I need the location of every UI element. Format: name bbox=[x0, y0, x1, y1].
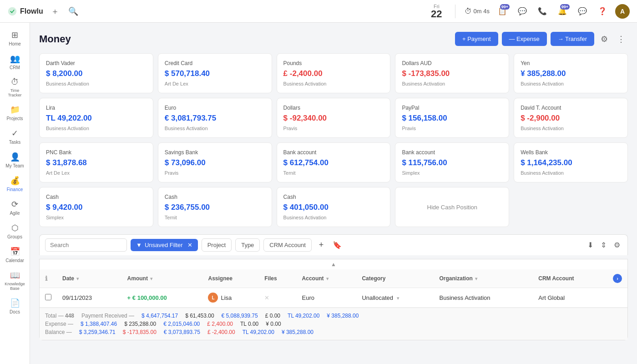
user-avatar[interactable]: A bbox=[615, 4, 630, 19]
sidebar-item-groups[interactable]: ⬡ Groups bbox=[2, 219, 28, 243]
account-card-dollars-aud[interactable]: Dollars AUD $ -173,835.00 Business Activ… bbox=[395, 53, 509, 93]
table-row: 09/11/2023 + € 100,000.00 L Lisa ✕ Euro … bbox=[40, 288, 627, 308]
summary-bar: Total — 448 Payment Received — $ 4,647,7… bbox=[40, 308, 627, 340]
sidebar-item-agile[interactable]: ⟳ Agile bbox=[2, 196, 28, 219]
info-icon: ℹ bbox=[45, 275, 47, 282]
sort-icon: ▾ bbox=[76, 276, 79, 281]
payment-button[interactable]: + Payment bbox=[455, 32, 498, 46]
download-button[interactable]: ⬇ bbox=[586, 239, 595, 251]
assignee-column-header[interactable]: Assignee bbox=[202, 269, 259, 288]
account-card-cash-ba[interactable]: Cash $ 401,050.00 Business Activation bbox=[277, 187, 391, 227]
groups-icon: ⬡ bbox=[11, 223, 19, 233]
bookmark-filter-button[interactable]: 🔖 bbox=[331, 239, 344, 251]
add-filter-button[interactable]: + bbox=[315, 238, 328, 252]
search-button[interactable]: 🔍 bbox=[67, 5, 80, 18]
knowledge-base-icon: 📖 bbox=[10, 270, 20, 280]
page-header: Money + Payment — Expense → Transfer ⚙ ⋮ bbox=[39, 32, 628, 46]
row-category: Unallocated ▾ bbox=[356, 288, 434, 308]
more-button[interactable]: ⋮ bbox=[614, 32, 628, 46]
account-card-darth-vader[interactable]: Darth Vader $ 8,200.00 Business Activati… bbox=[39, 53, 153, 93]
sidebar-item-finance[interactable]: 💰 Finance bbox=[2, 172, 28, 196]
type-filter-chip[interactable]: Type bbox=[235, 238, 260, 252]
account-card-bank-simplex[interactable]: Bank account $ 115,756.00 Simplex bbox=[395, 142, 509, 182]
row-checkbox[interactable] bbox=[40, 288, 57, 308]
account-card-cash-simplex[interactable]: Cash $ 9,420.00 Simplex bbox=[39, 187, 153, 227]
sort-icon-amount: ▾ bbox=[150, 276, 152, 281]
messages-button[interactable]: 💬 bbox=[515, 4, 530, 19]
app-logo[interactable]: Flowlu bbox=[7, 6, 43, 16]
date-column-header[interactable]: Date ▾ bbox=[57, 269, 122, 288]
sort-icon-account: ▾ bbox=[326, 276, 329, 281]
account-card-dollars[interactable]: Dollars $ -92,340.00 Pravis bbox=[277, 98, 391, 138]
next-page-header[interactable]: › bbox=[607, 269, 627, 288]
account-card-cash-ternit[interactable]: Cash $ 236,755.00 Ternit bbox=[158, 187, 272, 227]
filter-bar: ▼ Unsaved Filter ✕ Project Type CRM Acco… bbox=[39, 234, 628, 255]
files-column-header[interactable]: Files bbox=[259, 269, 296, 288]
table-settings-button[interactable]: ⚙ bbox=[612, 239, 622, 251]
sidebar-item-tasks[interactable]: ✓ Tasks bbox=[2, 125, 28, 148]
chevron-up-icon: ▲ bbox=[331, 261, 336, 268]
organization-column-header[interactable]: Organization ▾ bbox=[434, 269, 533, 288]
sidebar-item-my-team[interactable]: 👤 My Team bbox=[2, 148, 28, 172]
crm-account-column-header[interactable]: CRM Account bbox=[533, 269, 607, 288]
sidebar-item-calendar[interactable]: 📅 Calendar bbox=[2, 243, 28, 267]
account-card-david[interactable]: David T. Account $ -2,900.00 Business Ac… bbox=[514, 98, 628, 138]
alerts-button[interactable]: 🔔 99+ bbox=[555, 4, 570, 19]
account-card-credit-card[interactable]: Credit Card $ 570,718.40 Art De Lex bbox=[158, 53, 272, 93]
settings-button[interactable]: ⚙ bbox=[598, 32, 611, 46]
date-display: Fri 22 bbox=[431, 4, 442, 19]
sidebar-item-docs[interactable]: 📄 Docs bbox=[2, 294, 28, 318]
transactions-table: ℹ Date ▾ Amount ▾ Assignee Files Account… bbox=[40, 269, 627, 308]
add-button[interactable]: ＋ bbox=[49, 5, 61, 18]
transfer-button[interactable]: → Transfer bbox=[551, 32, 594, 46]
help-button[interactable]: ❓ bbox=[595, 4, 610, 19]
category-dropdown-icon[interactable]: ▾ bbox=[397, 295, 399, 301]
sidebar: ⊞ Home 👥 CRM ⏱ Time Tracker 📁 Projects ✓… bbox=[0, 23, 30, 364]
sidebar-item-home[interactable]: ⊞ Home bbox=[2, 26, 28, 50]
account-card-lira[interactable]: Lira TL 49,202.00 Business Activation bbox=[39, 98, 153, 138]
hide-cash-button[interactable]: Hide Cash Position bbox=[395, 187, 509, 227]
time-tracker-icon: ⏱ bbox=[11, 77, 19, 87]
account-column-header[interactable]: Account ▾ bbox=[297, 269, 357, 288]
select-all-header[interactable]: ℹ bbox=[40, 269, 57, 288]
row-organization: Business Activation bbox=[434, 288, 533, 308]
no-files-icon: ✕ bbox=[264, 294, 269, 301]
collapse-bar[interactable]: ▲ bbox=[40, 259, 627, 269]
account-card-euro[interactable]: Euro € 3,081,793.75 Business Activation bbox=[158, 98, 272, 138]
agile-icon: ⟳ bbox=[11, 199, 18, 209]
category-column-header[interactable]: Category bbox=[356, 269, 434, 288]
page-title: Money bbox=[39, 33, 455, 45]
account-card-bank-ternit[interactable]: Bank account $ 612,754.00 Ternit bbox=[277, 142, 391, 182]
project-filter-chip[interactable]: Project bbox=[202, 238, 232, 252]
flowlu-icon bbox=[7, 6, 17, 16]
account-card-pounds[interactable]: Pounds £ -2,400.00 Business Activation bbox=[277, 53, 391, 93]
docs-icon: 📄 bbox=[10, 298, 20, 308]
collapse-button[interactable]: ⇕ bbox=[599, 239, 608, 251]
topnav: Flowlu ＋ 🔍 Fri 22 ⏱ 0m 4s 📋 99+ 💬 📞 🔔 99… bbox=[0, 0, 637, 23]
phone-button[interactable]: 📞 bbox=[535, 4, 550, 19]
sidebar-item-knowledge-base[interactable]: 📖 Knowledge Base bbox=[2, 267, 28, 294]
account-card-savings[interactable]: Savings Bank $ 73,096.00 Pravis bbox=[158, 142, 272, 182]
account-card-paypal[interactable]: PayPal $ 156,158.00 Pravis bbox=[395, 98, 509, 138]
main-content: Money + Payment — Expense → Transfer ⚙ ⋮… bbox=[30, 23, 637, 364]
sort-icon-org: ▾ bbox=[475, 276, 477, 281]
sidebar-item-crm[interactable]: 👥 CRM bbox=[2, 50, 28, 74]
unsaved-filter-button[interactable]: ▼ Unsaved Filter ✕ bbox=[131, 239, 198, 251]
row-files: ✕ bbox=[259, 288, 296, 308]
amount-column-header[interactable]: Amount ▾ bbox=[122, 269, 203, 288]
row-date: 09/11/2023 bbox=[57, 288, 122, 308]
chat-button[interactable]: 💬 bbox=[575, 4, 590, 19]
account-card-pnc[interactable]: PNC Bank $ 31,878.68 Art De Lex bbox=[39, 142, 153, 182]
timer-display: ⏱ 0m 4s bbox=[465, 7, 490, 15]
sidebar-item-time-tracker[interactable]: ⏱ Time Tracker bbox=[2, 74, 28, 101]
row-account: Euro bbox=[297, 288, 357, 308]
expense-button[interactable]: — Expense bbox=[502, 32, 547, 46]
account-card-wells[interactable]: Wells Bank $ 1,164,235.00 Business Activ… bbox=[514, 142, 628, 182]
account-card-yen[interactable]: Yen ¥ 385,288.00 Business Activation bbox=[514, 53, 628, 93]
notifications-button[interactable]: 📋 99+ bbox=[495, 4, 510, 19]
tasks-icon: ✓ bbox=[11, 128, 18, 138]
filter-close-icon[interactable]: ✕ bbox=[187, 242, 192, 248]
sidebar-item-projects[interactable]: 📁 Projects bbox=[2, 101, 28, 125]
search-input[interactable] bbox=[45, 238, 127, 252]
crm-account-filter-chip[interactable]: CRM Account bbox=[263, 238, 311, 252]
